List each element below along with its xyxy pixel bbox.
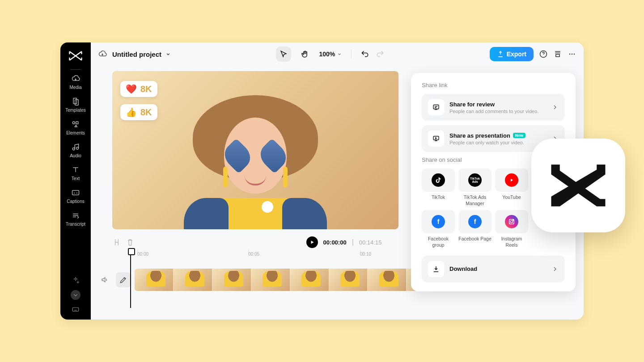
svg-point-4 <box>72 148 75 150</box>
time-total: 00:14:15 <box>359 239 382 246</box>
sidebar-item-text[interactable]: Text <box>60 165 91 181</box>
card-title-text: Share as presentation <box>449 132 510 139</box>
magic-icon[interactable] <box>72 277 80 285</box>
project-title-dropdown[interactable]: Untitled project <box>112 51 171 58</box>
sidebar-item-audio[interactable]: Audio <box>60 143 91 158</box>
playhead[interactable] <box>130 250 131 308</box>
sidebar-label: Elements <box>66 130 85 135</box>
delete-button[interactable] <box>126 238 135 247</box>
social-instagram-reels[interactable]: Instagram Reels <box>495 210 528 248</box>
heart-emoji: ❤️ <box>126 84 137 94</box>
download-label: Download <box>449 265 546 272</box>
export-button[interactable]: Export <box>490 47 534 61</box>
svg-point-11 <box>574 54 575 55</box>
zoom-dropdown[interactable]: 100% <box>319 51 342 58</box>
video-content <box>179 82 331 229</box>
layout-icon[interactable] <box>553 50 562 59</box>
download-button[interactable]: Download <box>422 256 565 282</box>
card-subtitle: People can only watch your video. <box>449 140 546 145</box>
svg-rect-7 <box>72 307 79 311</box>
sidebar-item-media[interactable]: Media <box>60 74 91 90</box>
time-separator: | <box>352 238 354 246</box>
sidebar-label: Transcript <box>66 222 85 227</box>
social-label: Facebook group <box>422 236 455 248</box>
social-facebook-group[interactable]: f Facebook group <box>422 210 455 248</box>
ruler-tick: 00:10 <box>360 252 371 257</box>
new-badge: New <box>513 133 526 138</box>
chevron-right-icon <box>551 104 559 111</box>
svg-point-9 <box>569 54 571 55</box>
edit-track-button[interactable] <box>116 272 131 287</box>
more-icon[interactable] <box>568 50 576 59</box>
svg-rect-6 <box>72 190 79 195</box>
presentation-icon <box>428 130 444 147</box>
reaction-count: 8K <box>140 84 152 94</box>
project-title-text: Untitled project <box>112 51 161 58</box>
split-button[interactable] <box>112 238 121 247</box>
reaction-chip-heart: ❤️ 8K <box>120 81 157 97</box>
sidebar-label: Captions <box>67 199 84 204</box>
svg-point-10 <box>572 54 573 55</box>
collapse-button[interactable] <box>71 290 80 300</box>
top-bar: Untitled project 100% Export <box>91 42 584 66</box>
card-subtitle: People can add comments to your video. <box>449 109 546 114</box>
ruler-tick: 00:00 <box>137 252 148 257</box>
thumb-emoji: 👍 <box>126 107 137 118</box>
help-icon[interactable] <box>539 50 548 59</box>
video-canvas[interactable]: ❤️ 8K 👍 8K <box>112 71 398 229</box>
app-window: Media Templates Elements Audio Text Capt… <box>60 42 584 320</box>
share-link-heading: Share link <box>422 82 565 88</box>
undo-button[interactable] <box>360 50 369 59</box>
svg-rect-13 <box>433 105 439 109</box>
sidebar-label: Media <box>69 85 81 90</box>
social-label: TikTok Ads Manager <box>458 194 491 206</box>
cloud-save-icon[interactable] <box>98 50 107 59</box>
svg-point-16 <box>510 221 513 223</box>
social-youtube[interactable]: YouTube <box>495 168 528 206</box>
upload-icon <box>497 51 504 58</box>
social-tiktok[interactable]: TikTok <box>422 168 455 206</box>
sidebar-bottom <box>71 277 80 313</box>
social-label: TikTok <box>432 194 445 206</box>
keyboard-icon[interactable] <box>72 305 80 313</box>
zoom-value: 100% <box>319 51 335 58</box>
play-button[interactable] <box>306 236 318 248</box>
mute-button[interactable] <box>97 272 112 287</box>
sidebar-label: Audio <box>70 153 81 158</box>
chevron-down-icon <box>165 51 171 57</box>
social-label: YouTube <box>502 194 521 206</box>
review-icon <box>428 99 444 115</box>
hand-tool[interactable] <box>297 46 313 62</box>
share-for-review[interactable]: Share for review People can add comments… <box>422 94 565 121</box>
sidebar-item-captions[interactable]: Captions <box>60 188 91 204</box>
play-icon <box>309 240 315 245</box>
divider <box>351 50 352 59</box>
capcut-logo-icon <box>547 161 610 210</box>
redo-button[interactable] <box>376 50 385 59</box>
chevron-right-icon <box>551 265 559 273</box>
sidebar-label: Templates <box>65 108 86 113</box>
app-logo <box>68 48 84 64</box>
social-facebook-page[interactable]: f Facebook Page <box>458 210 491 248</box>
time-current: 00:00:00 <box>323 239 347 246</box>
sidebar-label: Text <box>72 176 80 181</box>
sidebar-item-transcript[interactable]: Transcript <box>60 211 91 227</box>
export-label: Export <box>507 51 526 58</box>
svg-rect-3 <box>76 122 78 124</box>
social-label: Facebook Page <box>458 236 491 248</box>
capcut-logo-card <box>531 139 625 232</box>
reaction-chip-thumb: 👍 8K <box>120 104 157 120</box>
social-tiktok-ads[interactable]: TikTokAds TikTok Ads Manager <box>458 168 491 206</box>
svg-point-17 <box>513 220 513 220</box>
reaction-count: 8K <box>140 107 152 118</box>
ruler-tick: 00:05 <box>248 252 259 257</box>
card-title-text: Share for review <box>449 101 495 108</box>
sidebar-item-templates[interactable]: Templates <box>60 97 91 113</box>
select-tool[interactable] <box>276 46 291 62</box>
download-icon <box>428 261 444 277</box>
svg-point-2 <box>72 122 75 124</box>
chevron-down-icon <box>337 51 342 57</box>
svg-point-5 <box>76 147 79 149</box>
sidebar-item-elements[interactable]: Elements <box>60 120 91 135</box>
social-label: Instagram Reels <box>495 236 528 248</box>
